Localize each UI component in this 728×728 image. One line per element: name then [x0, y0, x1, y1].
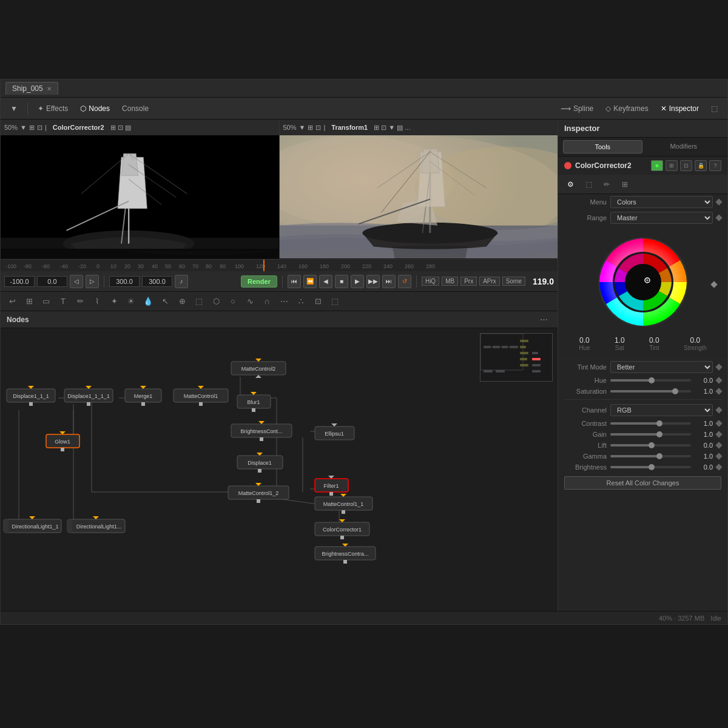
rectangle-btn[interactable]: ▭: [38, 294, 54, 309]
end-frame2[interactable]: 300.0: [142, 276, 172, 287]
nodes-more-btn[interactable]: ⋯: [276, 294, 292, 309]
node-paste-btn[interactable]: ⊡: [680, 160, 692, 171]
end-frame[interactable]: 300.0: [109, 276, 140, 287]
main-tab[interactable]: Ship_005 ✕: [5, 82, 58, 95]
left-viewer-panel: 50% ▼ ⊞ ⊡ | ColorCorrector2 ⊞ ⊡ ▤: [1, 120, 280, 258]
color-wheel-container[interactable]: [563, 231, 723, 334]
circle-btn[interactable]: ○: [225, 294, 241, 309]
aprx-badge[interactable]: APrx: [479, 277, 500, 286]
node-info-btn[interactable]: ?: [709, 160, 721, 171]
wheel-diamond-indicator: [710, 281, 717, 288]
loop-btn[interactable]: ↺: [398, 275, 411, 288]
go-start-btn[interactable]: ⏮: [288, 275, 301, 288]
gamma-slider-track[interactable]: [610, 455, 691, 457]
step-next-btn[interactable]: ▶▶: [366, 275, 380, 288]
keyframes-btn[interactable]: ◇ Keyframes: [601, 103, 653, 115]
timeline-ruler[interactable]: -100 -80 -60 -40 -20 0 10 20 30 40 50 60…: [4, 260, 554, 271]
inspector-btn[interactable]: ✕ Inspector: [656, 103, 704, 115]
gain-slider-thumb[interactable]: [656, 431, 662, 437]
display-icon-tab[interactable]: ⬚: [581, 178, 596, 191]
nodes-canvas[interactable]: Displace1_1_1 Displace1_1_1_1: [1, 328, 558, 611]
go-end-btn[interactable]: ⏭: [382, 275, 396, 288]
prev-frame-btn[interactable]: ⏪: [303, 275, 317, 288]
step-prev-btn[interactable]: ◀: [319, 275, 332, 288]
saturation-slider-thumb[interactable]: [672, 388, 678, 394]
mb-badge[interactable]: MB: [442, 277, 458, 286]
edit-icon-tab[interactable]: ✏: [599, 178, 614, 191]
spline-btn[interactable]: ⟿ Spline: [556, 103, 598, 115]
lift-slider-thumb[interactable]: [649, 442, 655, 448]
svg-rect-82: [87, 402, 90, 406]
svg-text:30: 30: [138, 263, 144, 269]
lift-slider-track[interactable]: [610, 444, 691, 447]
svg-rect-151: [520, 358, 527, 360]
nodes-tab-btn[interactable]: ⬡ Nodes: [75, 103, 115, 115]
prev-keyframe-btn[interactable]: ◁: [70, 275, 83, 288]
view-grid-icon: ⊞: [29, 124, 35, 132]
start-frame[interactable]: -100.0: [4, 276, 35, 287]
settings-icon-tab[interactable]: ⚙: [563, 178, 578, 191]
range-dropdown[interactable]: Master: [610, 212, 713, 224]
main-content: 50% ▼ ⊞ ⊡ | ColorCorrector2 ⊞ ⊡ ▤: [1, 120, 727, 611]
spline-tool-btn[interactable]: ∿: [242, 294, 258, 309]
contrast-slider-thumb[interactable]: [656, 420, 662, 426]
svg-text:240: 240: [383, 263, 393, 269]
nodes-options-btn[interactable]: ⋯: [536, 312, 551, 328]
more-tools-btn[interactable]: ⬚: [327, 294, 343, 309]
hue-slider-thumb[interactable]: [649, 377, 655, 383]
viewer-dropdown-btn[interactable]: ▼: [5, 103, 22, 115]
play-btn[interactable]: ▶: [351, 275, 364, 288]
gain-slider-track[interactable]: [610, 433, 691, 436]
hiq-badge[interactable]: HiQ: [422, 277, 439, 286]
grid-btn[interactable]: ⊞: [21, 294, 37, 309]
scatter-btn[interactable]: ∴: [293, 294, 309, 309]
pen-btn[interactable]: ✏: [72, 294, 88, 309]
svg-rect-157: [484, 370, 493, 372]
poly-btn[interactable]: ⬡: [208, 294, 224, 309]
tools-bar: ↩ ⊞ ▭ T ✏ ⌇ ✦ ☀ 💧 ↖ ⊕ ⬚ ⬡ ○ ∿ ∩ ⋯ ∴ ⊡ ⬚: [1, 292, 558, 311]
node-color-btn[interactable]: ■: [651, 160, 663, 171]
text-btn[interactable]: T: [55, 294, 71, 309]
gamma-slider-thumb[interactable]: [656, 453, 662, 459]
brush-btn[interactable]: ⌇: [89, 294, 105, 309]
left-viewer-toolbar: 50% ▼ ⊞ ⊡ | ColorCorrector2 ⊞ ⊡ ▤: [1, 120, 279, 135]
extra-icon-tab[interactable]: ⊞: [618, 178, 632, 191]
merge-btn[interactable]: ⊕: [174, 294, 190, 309]
undo-btn[interactable]: ↩: [4, 294, 20, 309]
step-back-btn[interactable]: ▷: [86, 275, 99, 288]
saturation-slider-track[interactable]: [610, 390, 691, 393]
track-btn[interactable]: ⊡: [310, 294, 326, 309]
channel-dropdown[interactable]: RGB: [610, 404, 713, 416]
hue-slider-track[interactable]: [610, 379, 691, 382]
drop-btn[interactable]: 💧: [140, 294, 156, 309]
sun-btn[interactable]: ☀: [123, 294, 139, 309]
monitor-btn[interactable]: ⬚: [706, 103, 723, 115]
path-btn[interactable]: ∩: [259, 294, 275, 309]
audio-btn[interactable]: ♪: [175, 275, 188, 288]
brightness-slider-track[interactable]: [610, 466, 691, 468]
modifiers-tab[interactable]: Modifiers: [645, 140, 723, 153]
tab-close-icon[interactable]: ✕: [47, 86, 52, 92]
tools-tab[interactable]: Tools: [563, 140, 642, 153]
node-copy-btn[interactable]: ⊞: [666, 160, 678, 171]
contrast-slider-track[interactable]: [610, 422, 691, 425]
node-lock-btn[interactable]: 🔒: [695, 160, 707, 171]
console-tab-btn[interactable]: Console: [117, 103, 153, 115]
particles-btn[interactable]: ✦: [106, 294, 122, 309]
svg-rect-158: [496, 370, 505, 372]
svg-text:Glow1: Glow1: [55, 439, 70, 445]
svg-rect-102: [260, 437, 263, 441]
prx-badge[interactable]: Prx: [460, 277, 477, 286]
brightness-slider-thumb[interactable]: [649, 464, 655, 470]
stop-btn[interactable]: ■: [335, 275, 348, 288]
frame-btn[interactable]: ⬚: [191, 294, 207, 309]
render-btn[interactable]: Render: [241, 275, 277, 288]
some-badge[interactable]: Some: [502, 277, 525, 286]
arrow-btn[interactable]: ↖: [157, 294, 173, 309]
icon-tabs-row: ⚙ ⬚ ✏ ⊞: [558, 175, 727, 194]
menu-dropdown[interactable]: Colors: [610, 196, 713, 208]
reset-color-btn[interactable]: Reset All Color Changes: [564, 476, 721, 490]
effects-tab-btn[interactable]: ✦ Effects: [33, 103, 73, 115]
start-frame2[interactable]: 0.0: [37, 276, 67, 287]
tint-mode-dropdown[interactable]: Better: [610, 361, 713, 373]
